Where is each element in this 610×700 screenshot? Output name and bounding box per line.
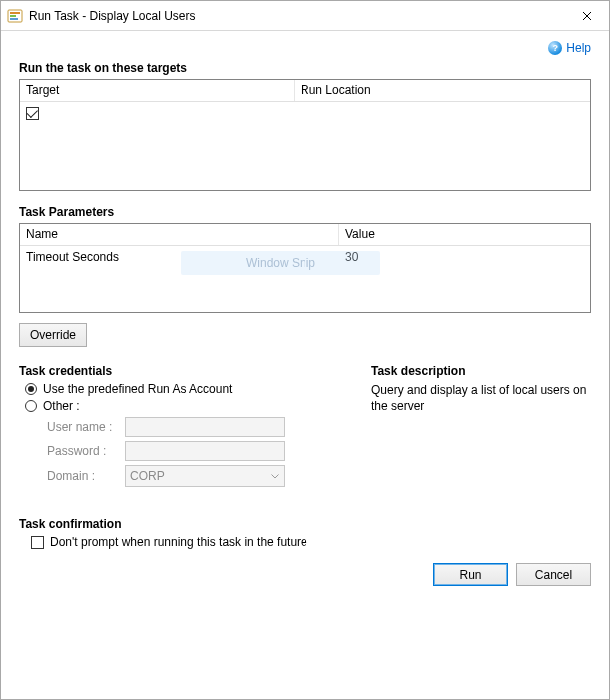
param-value-cell: 30 — [339, 250, 364, 264]
confirmation-row[interactable]: Don't prompt when running this task in t… — [25, 535, 591, 549]
domain-label: Domain : — [47, 469, 119, 483]
radio-other-label: Other : — [43, 399, 80, 413]
col-value[interactable]: Value — [339, 224, 590, 245]
col-target[interactable]: Target — [20, 80, 295, 101]
dialog-buttons: Run Cancel — [19, 563, 591, 586]
parameters-columns: Name Value — [20, 224, 590, 246]
targets-columns: Target Run Location — [20, 80, 590, 102]
chevron-down-icon — [266, 466, 284, 486]
close-button[interactable] — [564, 1, 609, 30]
svg-rect-3 — [10, 18, 18, 20]
radio-predefined[interactable] — [25, 383, 37, 395]
domain-row: Domain : CORP — [47, 465, 341, 487]
radio-predefined-label: Use the predefined Run As Account — [43, 382, 232, 396]
credentials-header: Task credentials — [19, 364, 341, 378]
targets-header: Run the task on these targets — [19, 61, 591, 75]
description-section: Task description Query and display a lis… — [371, 364, 591, 491]
help-row: ? Help — [19, 41, 591, 55]
table-row[interactable] — [20, 104, 590, 122]
credential-fields: User name : Password : Domain : CORP — [47, 417, 341, 487]
radio-other-row[interactable]: Other : — [25, 399, 341, 413]
svg-rect-2 — [10, 15, 16, 17]
description-text: Query and display a list of local users … — [371, 382, 591, 414]
confirmation-header: Task confirmation — [19, 517, 591, 531]
password-field[interactable] — [125, 441, 285, 461]
help-icon: ? — [548, 41, 562, 55]
table-row[interactable]: Timeout Seconds 30 — [20, 248, 590, 266]
targets-list[interactable]: Target Run Location — [19, 79, 591, 191]
username-label: User name : — [47, 420, 119, 434]
run-button[interactable]: Run — [433, 563, 508, 586]
titlebar: Run Task - Display Local Users — [1, 1, 609, 31]
password-label: Password : — [47, 444, 119, 458]
username-field[interactable] — [125, 417, 285, 437]
override-button[interactable]: Override — [19, 323, 87, 347]
parameters-header: Task Parameters — [19, 205, 591, 219]
domain-value: CORP — [130, 469, 165, 483]
dont-prompt-checkbox[interactable] — [31, 536, 44, 549]
target-checkbox[interactable] — [26, 107, 39, 120]
col-run-location[interactable]: Run Location — [295, 80, 590, 101]
param-name-cell: Timeout Seconds — [20, 250, 339, 264]
help-link[interactable]: Help — [566, 41, 591, 55]
parameters-body: Timeout Seconds 30 — [20, 246, 590, 268]
credentials-description-row: Task credentials Use the predefined Run … — [19, 364, 591, 491]
credentials-section: Task credentials Use the predefined Run … — [19, 364, 341, 491]
targets-body — [20, 102, 590, 124]
close-icon — [582, 11, 592, 21]
dont-prompt-label: Don't prompt when running this task in t… — [50, 535, 307, 549]
run-task-dialog: Run Task - Display Local Users ? Help Ru… — [0, 0, 610, 700]
window-title: Run Task - Display Local Users — [29, 9, 564, 23]
password-row: Password : — [47, 441, 341, 461]
svg-rect-1 — [10, 12, 20, 14]
col-name[interactable]: Name — [20, 224, 339, 245]
domain-combo[interactable]: CORP — [125, 465, 285, 487]
confirmation-section: Task confirmation Don't prompt when runn… — [19, 517, 591, 549]
description-header: Task description — [371, 364, 591, 378]
app-icon — [7, 8, 23, 24]
client-area: ? Help Run the task on these targets Tar… — [1, 31, 609, 699]
username-row: User name : — [47, 417, 341, 437]
cancel-button[interactable]: Cancel — [516, 563, 591, 586]
radio-predefined-row[interactable]: Use the predefined Run As Account — [25, 382, 341, 396]
parameters-list[interactable]: Name Value Timeout Seconds 30 — [19, 223, 591, 313]
radio-other[interactable] — [25, 400, 37, 412]
